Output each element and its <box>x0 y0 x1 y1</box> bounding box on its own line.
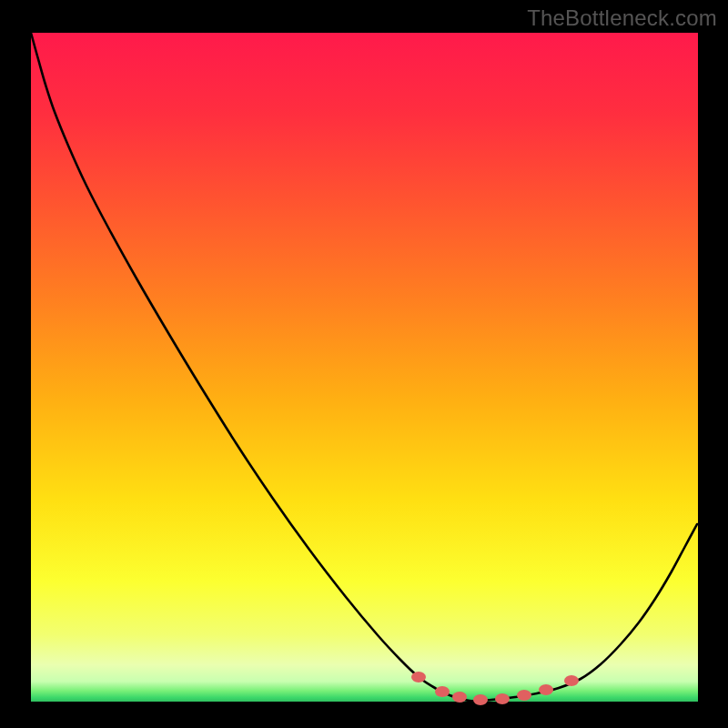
watermark-label: TheBottleneck.com <box>527 5 717 31</box>
optimal-dot <box>473 694 488 705</box>
plot-background <box>31 33 698 702</box>
app-frame: TheBottleneck.com <box>0 0 728 728</box>
optimal-dot <box>452 692 467 703</box>
bottleneck-chart <box>0 0 728 728</box>
optimal-dot <box>564 675 579 686</box>
optimal-dot <box>435 686 450 697</box>
optimal-dot <box>539 684 553 695</box>
optimal-dot <box>517 690 531 701</box>
optimal-dot <box>495 693 510 704</box>
optimal-dot <box>411 672 426 682</box>
